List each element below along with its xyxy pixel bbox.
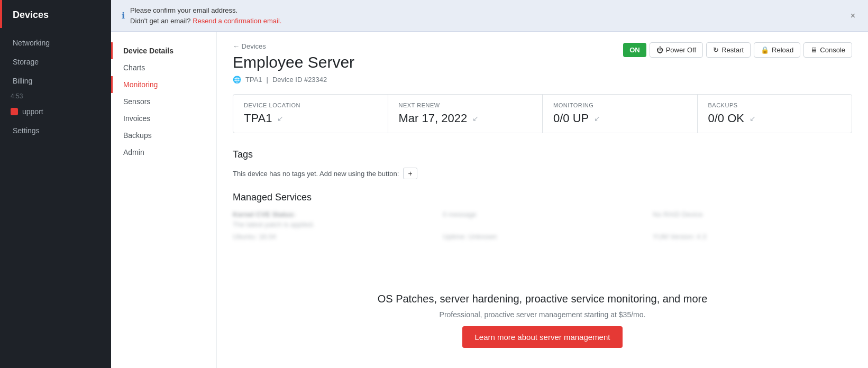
nav-item-charts[interactable]: Charts [111,59,216,76]
power-on-status: ON [623,43,646,57]
raid-value: No RAID Device [653,210,852,218]
banner-main-text: Please confirm your email address. [130,6,237,14]
nav-item-device-details[interactable]: Device Details [111,42,216,59]
info-card-monitoring-label: Monitoring [553,102,687,108]
banner-sub-text: Didn't get an email? [130,17,191,25]
nav-item-sensors[interactable]: Sensors [111,93,216,110]
monitoring-value-text: 0/0 UP [553,112,589,125]
managed-services-title: Managed Services [233,192,852,203]
page-device-id: Device ID #23342 [272,76,327,84]
left-nav: Device Details Charts Monitoring Sensors… [111,32,217,368]
page-region: TPA1 [245,76,262,84]
sidebar-item-billing[interactable]: Billing [0,71,111,90]
subtitle-globe-icon: 🌐 [233,76,241,84]
reload-button[interactable]: 🔒 Reload [754,42,800,58]
nav-item-admin[interactable]: Admin [111,144,216,161]
power-off-button[interactable]: ⏻ Power Off [650,42,703,58]
banner-close-button[interactable]: × [848,11,857,21]
info-card-monitoring-value: 0/0 UP ↙ [553,112,687,125]
add-tag-button[interactable]: + [403,168,417,179]
main-content: ℹ Please confirm your email address. Did… [111,0,868,368]
right-content: ← Devices Employee Server 🌐 TPA1 | Devic… [217,32,868,368]
sidebar-support-label: upport [22,107,43,116]
banner-text: Please confirm your email address. Didn'… [130,5,843,26]
managed-services-blurred: Kernel CVE Status: The latest patch is a… [233,210,852,241]
ubuntu-value: Ubuntu: 18.04 [233,233,432,241]
page-subtitle: 🌐 TPA1 | Device ID #23342 [233,76,852,84]
subtitle-separator: | [267,76,268,84]
overlay-subtitle: Professional, proactive server managemen… [440,310,646,319]
info-icon: ℹ [122,11,125,21]
sidebar-item-settings[interactable]: Settings [0,121,111,140]
resend-email-link[interactable]: Resend a confirmation email. [193,17,281,25]
blurred-row-2: Ubuntu: 18.04 Uptime: Unknown YUM Versio… [233,233,852,241]
blurred-yum: YUM Version: 4.3 [653,233,852,241]
sidebar-item-storage[interactable]: Storage [0,52,111,71]
yum-value: YUM Version: 4.3 [653,233,852,241]
sidebar-nav: Networking Storage Billing 4:53 upport S… [0,28,111,368]
blurred-messages: 0 message [443,210,642,228]
blurred-row-1: Kernel CVE Status: The latest patch is a… [233,210,852,228]
console-button[interactable]: 🖥 Console [803,42,852,58]
sidebar-item-networking[interactable]: Networking [0,33,111,52]
info-card-backups: Backups 0/0 OK ↙ [698,95,852,133]
info-card-location: Device Location TPA1 ↙ [233,95,388,133]
kernel-status-value: The latest patch is applied. [233,220,432,228]
action-bar: ON ⏻ Power Off ↻ Restart 🔒 Reload 🖥 Cons… [623,42,852,58]
location-arrow-icon: ↙ [277,114,284,123]
info-card-renew-label: Next Renew [399,102,532,108]
blurred-raid: No RAID Device [653,210,852,228]
sidebar: Devices Networking Storage Billing 4:53 … [0,0,111,368]
power-off-label: Power Off [666,46,697,54]
backups-arrow-icon: ↙ [750,114,756,123]
messages-value: 0 message [443,210,642,218]
reload-icon: 🔒 [761,46,769,54]
support-dot-icon [11,108,18,115]
restart-label: Restart [721,46,744,54]
info-card-location-value: TPA1 ↙ [244,112,377,125]
console-icon: 🖥 [810,46,817,54]
nav-item-backups[interactable]: Backups [111,127,216,144]
reload-label: Reload [772,46,793,54]
backups-value-text: 0/0 OK [708,112,744,125]
nav-item-invoices[interactable]: Invoices [111,110,216,127]
info-card-backups-value: 0/0 OK ↙ [708,112,842,125]
page-area: Device Details Charts Monitoring Sensors… [111,32,868,368]
info-card-backups-label: Backups [708,102,842,108]
restart-button[interactable]: ↻ Restart [706,42,751,58]
blurred-ubuntu: Ubuntu: 18.04 [233,233,432,241]
info-card-monitoring: Monitoring 0/0 UP ↙ [543,95,698,133]
location-value-text: TPA1 [244,112,272,125]
tags-empty-text: This device has no tags yet. Add new usi… [233,168,852,179]
blurred-uptime: Uptime: Unknown [443,233,642,241]
managed-services-overlay: OS Patches, server hardening, proactive … [217,273,868,368]
sidebar-title[interactable]: Devices [0,0,111,28]
kernel-status-label: Kernel CVE Status: [233,210,432,218]
managed-services-section: Managed Services Kernel CVE Status: The … [233,192,852,241]
email-confirmation-banner: ℹ Please confirm your email address. Did… [111,0,868,32]
renew-value-text: Mar 17, 2022 [399,112,468,125]
console-label: Console [820,46,845,54]
info-card-location-label: Device Location [244,102,377,108]
tags-section-title: Tags [233,149,852,160]
info-card-renew-value: Mar 17, 2022 ↙ [399,112,532,125]
info-card-renew: Next Renew Mar 17, 2022 ↙ [388,95,543,133]
tags-section: Tags This device has no tags yet. Add ne… [233,149,852,179]
power-icon: ⏻ [656,46,663,54]
learn-more-button[interactable]: Learn more about server management [462,326,623,348]
renew-arrow-icon: ↙ [472,114,479,123]
overlay-title: OS Patches, server hardening, proactive … [378,293,708,305]
sidebar-time: 4:53 [0,90,111,102]
uptime-value: Uptime: Unknown [443,233,642,241]
sidebar-item-support[interactable]: upport [0,102,111,121]
info-cards: Device Location TPA1 ↙ Next Renew Mar 17… [233,94,852,133]
nav-item-monitoring[interactable]: Monitoring [111,76,216,93]
monitoring-arrow-icon: ↙ [594,114,600,123]
restart-icon: ↻ [713,46,719,54]
blurred-kernel-status: Kernel CVE Status: The latest patch is a… [233,210,432,228]
tags-empty-label: This device has no tags yet. Add new usi… [233,170,399,178]
